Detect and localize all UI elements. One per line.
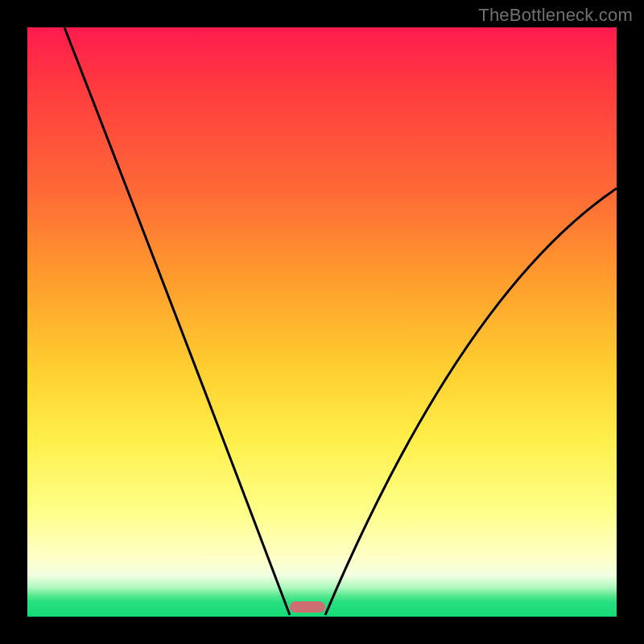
curve-left-branch	[64, 27, 290, 615]
watermark-text: TheBottleneck.com	[478, 5, 633, 26]
plot-area	[27, 27, 617, 617]
chart-frame: TheBottleneck.com	[0, 0, 644, 644]
bottleneck-curve	[27, 27, 617, 617]
optimum-marker	[290, 601, 325, 613]
curve-right-branch	[325, 188, 617, 615]
